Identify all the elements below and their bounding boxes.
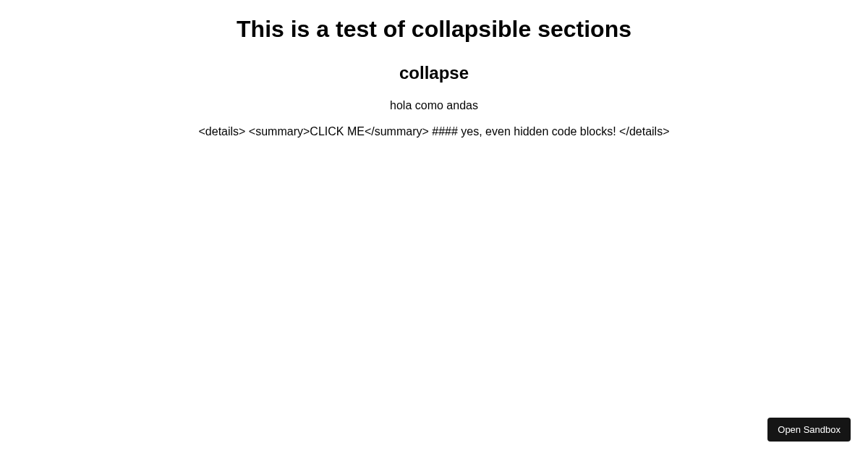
section-title: collapse bbox=[0, 63, 868, 83]
greeting-text: hola como andas bbox=[0, 99, 868, 112]
main-content: This is a test of collapsible sections c… bbox=[0, 0, 868, 138]
raw-markup-text: <details> <summary>CLICK ME</summary> ##… bbox=[0, 125, 868, 138]
page-title: This is a test of collapsible sections bbox=[0, 16, 868, 43]
open-sandbox-button[interactable]: Open Sandbox bbox=[767, 418, 851, 442]
